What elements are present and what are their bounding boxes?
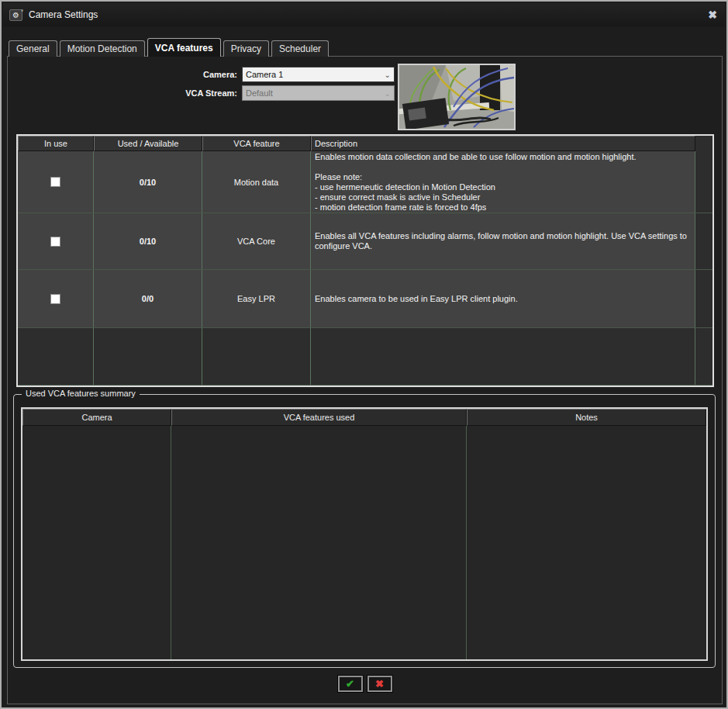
- tab-label: Motion Detection: [67, 43, 137, 54]
- cell-spacer: [695, 213, 712, 269]
- group-legend: Used VCA features summary: [22, 389, 140, 398]
- checkmark-icon: ✔: [346, 679, 354, 689]
- tab-bar: General Motion Detection VCA features Pr…: [9, 38, 331, 57]
- camera-settings-dialog: ⚙ ° Camera Settings ✖ General Motion Det…: [0, 0, 728, 709]
- used-available-value: 0/10: [140, 237, 156, 246]
- description-text: Enables camera to be used in Easy LPR cl…: [315, 294, 518, 304]
- summary-column-camera: [22, 426, 171, 659]
- in-use-checkbox[interactable]: [50, 177, 60, 187]
- vca-features-table: In use Used / Available VCA feature Desc…: [16, 134, 714, 387]
- summary-column-features: [171, 426, 467, 659]
- tab-vca-features[interactable]: VCA features: [147, 38, 221, 57]
- summary-table: Camera VCA features used Notes: [21, 407, 708, 661]
- titlebar: ⚙ ° Camera Settings ✖: [3, 3, 725, 26]
- camera-select-value: Camera 1: [246, 70, 283, 79]
- header-notes: Notes: [467, 409, 706, 426]
- cross-icon: ✖: [375, 679, 384, 689]
- ok-button[interactable]: ✔: [338, 676, 363, 692]
- header-vca-feature: VCA feature: [202, 136, 311, 151]
- header-camera: Camera: [22, 409, 171, 426]
- cell-empty: [695, 328, 712, 385]
- gear-icon: ⚙ °: [9, 9, 22, 21]
- cell-spacer: [695, 270, 712, 327]
- tab-motion-detection[interactable]: Motion Detection: [60, 40, 145, 57]
- summary-column-notes: [467, 426, 706, 659]
- cell-used-available: 0/10: [94, 213, 202, 269]
- feature-name: VCA Core: [237, 237, 275, 246]
- preview-art: [399, 65, 514, 129]
- cell-in-use: [18, 151, 94, 213]
- header-description: Description: [311, 136, 695, 151]
- tab-label: VCA features: [155, 43, 213, 54]
- header-used-available: Used / Available: [94, 136, 202, 151]
- camera-select[interactable]: Camera 1 ⌄: [242, 67, 395, 82]
- cell-description: Enables all VCA features including alarm…: [311, 213, 695, 269]
- cell-feature-name: Motion data: [202, 151, 311, 213]
- camera-label: Camera:: [121, 70, 237, 79]
- window-title: Camera Settings: [29, 9, 98, 20]
- tab-label: Privacy: [231, 43, 261, 54]
- vca-stream-select[interactable]: Default ⌄: [242, 85, 395, 101]
- used-available-value: 0/10: [140, 178, 156, 187]
- summary-table-header: Camera VCA features used Notes: [22, 409, 706, 426]
- vca-stream-select-value: Default: [246, 88, 273, 98]
- cell-empty: [311, 328, 695, 385]
- header-in-use: In use: [18, 136, 94, 151]
- features-table-header: In use Used / Available VCA feature Desc…: [18, 136, 712, 151]
- tab-general[interactable]: General: [9, 40, 57, 57]
- close-icon[interactable]: ✖: [706, 9, 719, 20]
- tab-label: Scheduler: [279, 43, 321, 54]
- cancel-button[interactable]: ✖: [367, 676, 392, 692]
- table-row-easy-lpr: 0/0 Easy LPR Enables camera to be used i…: [18, 270, 712, 328]
- header-vca-features-used: VCA features used: [171, 409, 467, 426]
- chevron-down-icon: ⌄: [385, 89, 391, 98]
- cell-description: Enables camera to be used in Easy LPR cl…: [311, 270, 695, 327]
- cell-empty: [202, 328, 311, 385]
- cell-empty: [94, 328, 202, 385]
- cell-used-available: 0/10: [94, 151, 202, 213]
- vca-stream-label: VCA Stream:: [121, 88, 237, 98]
- dialog-footer: ✔ ✖: [8, 676, 722, 692]
- header-spacer: [695, 136, 712, 151]
- used-vca-features-summary-group: Used VCA features summary Camera VCA fea…: [13, 394, 716, 668]
- used-available-value: 0/0: [142, 294, 154, 303]
- chevron-down-icon: ⌄: [385, 71, 391, 79]
- table-row-vca-core: 0/10 VCA Core Enables all VCA features i…: [18, 213, 712, 270]
- cell-empty: [18, 328, 94, 385]
- vca-features-panel: Camera: Camera 1 ⌄ VCA Stream: Default ⌄: [7, 56, 723, 704]
- description-text: Enables all VCA features including alarm…: [315, 231, 687, 251]
- in-use-checkbox[interactable]: [50, 294, 60, 304]
- table-row-empty: [18, 328, 712, 386]
- gear-glyph: ⚙: [12, 11, 19, 19]
- cell-used-available: 0/0: [94, 270, 202, 327]
- tab-label: General: [16, 43, 50, 54]
- cell-feature-name: VCA Core: [202, 213, 311, 269]
- table-row-motion-data: 0/10 Motion data Enables motion data col…: [18, 151, 712, 213]
- cell-in-use: [18, 270, 94, 327]
- cell-spacer: [695, 151, 712, 213]
- camera-preview-image: [398, 64, 516, 130]
- description-text: Enables motion data collection and be ab…: [315, 152, 637, 213]
- cell-description: Enables motion data collection and be ab…: [311, 151, 695, 213]
- cell-feature-name: Easy LPR: [202, 270, 311, 327]
- summary-table-body: [22, 426, 706, 659]
- tab-privacy[interactable]: Privacy: [223, 40, 269, 57]
- mini-gear-icon: °: [21, 7, 23, 17]
- tab-scheduler[interactable]: Scheduler: [271, 40, 329, 57]
- cell-in-use: [18, 213, 94, 269]
- in-use-checkbox[interactable]: [50, 237, 60, 247]
- feature-name: Easy LPR: [237, 294, 275, 303]
- feature-name: Motion data: [234, 178, 278, 187]
